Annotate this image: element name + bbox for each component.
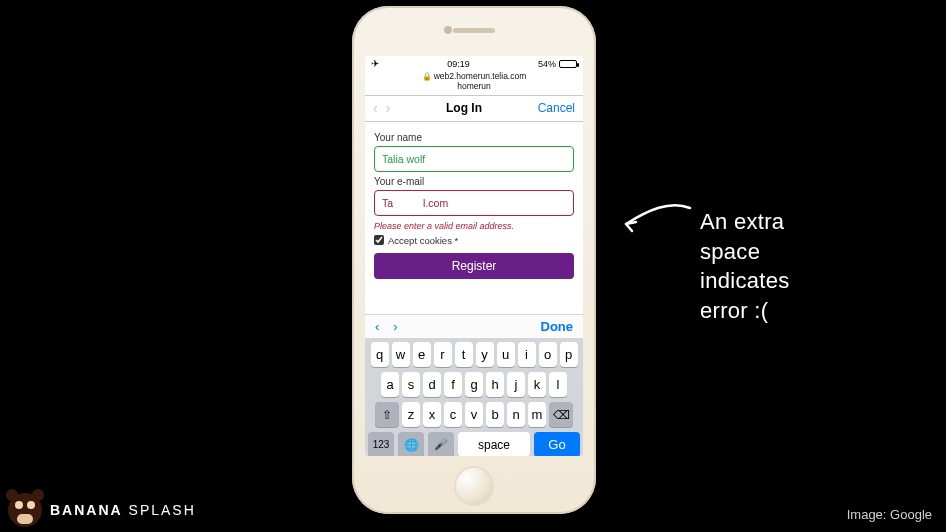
email-value-left: Ta [382, 197, 393, 209]
brand-text-bold: BANANA [50, 502, 123, 518]
annotation-text: An extra space indicates error :( [700, 207, 790, 326]
name-value: Talia wolf [382, 153, 425, 165]
brand-badge: BANANA SPLASH [8, 493, 196, 527]
globe-key[interactable]: 🌐 [398, 432, 424, 456]
key-u[interactable]: u [497, 342, 515, 367]
key-s[interactable]: s [402, 372, 420, 397]
annotation-line1: An extra [700, 207, 790, 237]
name-label: Your name [374, 132, 574, 143]
airplane-mode-icon: ✈ [371, 58, 379, 69]
go-key[interactable]: Go [534, 432, 580, 456]
email-field[interactable]: Ta l.com [374, 190, 574, 216]
key-i[interactable]: i [518, 342, 536, 367]
key-x[interactable]: x [423, 402, 441, 427]
page-title: Log In [390, 101, 537, 115]
phone-frame: ✈ 09:19 54% 🔒web2.homerun.telia.com home… [352, 6, 596, 514]
lock-icon: 🔒 [422, 72, 432, 81]
annotation-line4: error :( [700, 296, 790, 326]
backspace-key[interactable]: ⌫ [549, 402, 573, 427]
accept-cookies-checkbox[interactable] [374, 235, 384, 245]
numbers-key[interactable]: 123 [368, 432, 394, 456]
keyboard-accessory: ‹ › Done [365, 314, 583, 338]
cancel-button[interactable]: Cancel [538, 101, 575, 115]
key-a[interactable]: a [381, 372, 399, 397]
key-d[interactable]: d [423, 372, 441, 397]
phone-screen: ✈ 09:19 54% 🔒web2.homerun.telia.com home… [365, 56, 583, 456]
mic-key[interactable]: 🎤 [428, 432, 454, 456]
key-l[interactable]: l [549, 372, 567, 397]
status-time: 09:19 [447, 59, 470, 69]
battery-icon [559, 60, 577, 68]
done-button[interactable]: Done [541, 319, 574, 334]
accept-cookies-row[interactable]: Accept cookies * [374, 235, 574, 246]
keyboard-row-3: ⇧ zxcvbnm ⌫ [368, 402, 580, 427]
backspace-icon: ⌫ [553, 408, 570, 422]
key-m[interactable]: m [528, 402, 546, 427]
key-g[interactable]: g [465, 372, 483, 397]
status-bar: ✈ 09:19 54% [365, 56, 583, 71]
battery-pct: 54% [538, 59, 556, 69]
brand-text: BANANA SPLASH [50, 502, 196, 518]
keyboard-row-2: asdfghjkl [368, 372, 580, 397]
image-credit: Image: Google [847, 507, 932, 522]
key-k[interactable]: k [528, 372, 546, 397]
key-f[interactable]: f [444, 372, 462, 397]
key-w[interactable]: w [392, 342, 410, 367]
register-button[interactable]: Register [374, 253, 574, 279]
annotation-line3: indicates [700, 266, 790, 296]
nav-back-icon[interactable]: ‹ [373, 100, 378, 116]
prev-field-icon[interactable]: ‹ [375, 319, 379, 334]
key-c[interactable]: c [444, 402, 462, 427]
login-form: Your name Talia wolf Your e-mail Ta l.co… [365, 122, 583, 279]
space-key[interactable]: space [458, 432, 530, 456]
home-button[interactable] [454, 466, 494, 506]
key-o[interactable]: o [539, 342, 557, 367]
brand-text-light: SPLASH [123, 502, 196, 518]
name-field[interactable]: Talia wolf [374, 146, 574, 172]
key-h[interactable]: h [486, 372, 504, 397]
keyboard-row-1: qwertyuiop [368, 342, 580, 367]
battery-indicator: 54% [538, 59, 577, 69]
url-bar: 🔒web2.homerun.telia.com homerun [365, 71, 583, 96]
nav-row: ‹ › Log In Cancel [365, 96, 583, 122]
key-e[interactable]: e [413, 342, 431, 367]
annotation-line2: space [700, 237, 790, 267]
key-q[interactable]: q [371, 342, 389, 367]
email-label: Your e-mail [374, 176, 574, 187]
key-b[interactable]: b [486, 402, 504, 427]
email-value-right: l.com [423, 197, 448, 209]
keyboard-row-4: 123 🌐 🎤 space Go [368, 432, 580, 456]
key-y[interactable]: y [476, 342, 494, 367]
key-r[interactable]: r [434, 342, 452, 367]
shift-icon: ⇧ [382, 408, 392, 422]
key-n[interactable]: n [507, 402, 525, 427]
key-z[interactable]: z [402, 402, 420, 427]
annotation-arrow [620, 200, 694, 236]
brand-logo-icon [8, 493, 42, 527]
keyboard: qwertyuiop asdfghjkl ⇧ zxcvbnm ⌫ 123 🌐 🎤… [365, 338, 583, 456]
key-p[interactable]: p [560, 342, 578, 367]
shift-key[interactable]: ⇧ [375, 402, 399, 427]
next-field-icon[interactable]: › [393, 319, 397, 334]
email-error-message: Please enter a valid email address. [374, 221, 574, 231]
accept-cookies-label: Accept cookies * [388, 235, 458, 246]
url-host: web2.homerun.telia.com [434, 71, 527, 81]
url-path: homerun [365, 82, 583, 92]
key-t[interactable]: t [455, 342, 473, 367]
key-j[interactable]: j [507, 372, 525, 397]
key-v[interactable]: v [465, 402, 483, 427]
